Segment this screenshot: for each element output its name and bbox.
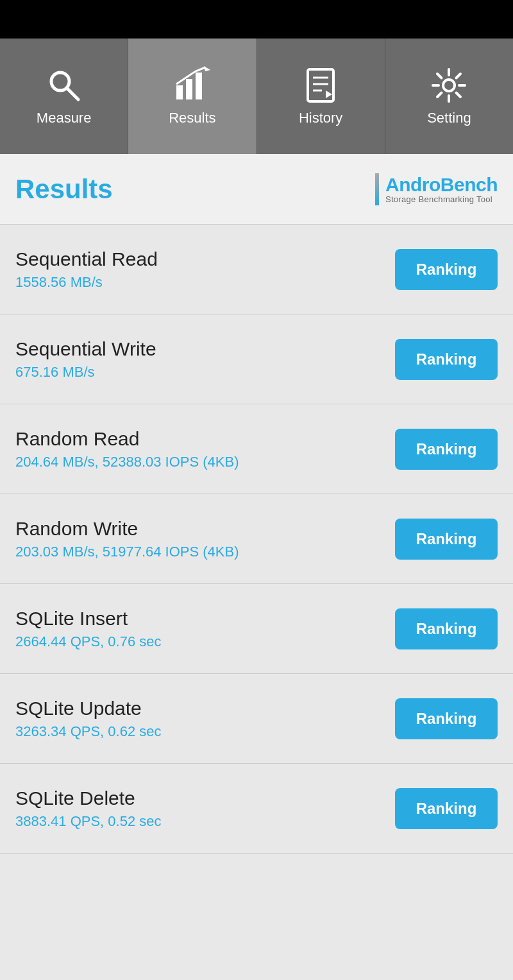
result-name: Sequential Write <box>15 338 156 360</box>
tab-measure-label: Measure <box>37 110 92 126</box>
result-info: SQLite Delete 3883.41 QPS, 0.52 sec <box>15 787 162 830</box>
ranking-button-sequential-write[interactable]: Ranking <box>395 339 498 380</box>
tab-history[interactable]: History <box>257 39 385 154</box>
result-row-sqlite-insert: SQLite Insert 2664.44 QPS, 0.76 sec Rank… <box>0 584 513 674</box>
result-name: SQLite Update <box>15 698 162 719</box>
nav-tabs: Measure Results History <box>0 39 513 154</box>
ranking-button-sqlite-update[interactable]: Ranking <box>395 698 498 739</box>
result-row-random-write: Random Write 203.03 MB/s, 51977.64 IOPS … <box>0 494 513 584</box>
result-info: Random Read 204.64 MB/s, 52388.03 IOPS (… <box>15 428 239 470</box>
ranking-button-random-read[interactable]: Ranking <box>395 429 498 470</box>
tab-measure[interactable]: Measure <box>0 39 128 154</box>
result-value: 1558.56 MB/s <box>15 274 158 291</box>
svg-rect-2 <box>176 85 183 99</box>
svg-rect-4 <box>196 73 202 99</box>
result-name: Random Write <box>15 518 239 540</box>
ranking-button-random-write[interactable]: Ranking <box>395 519 498 560</box>
result-value: 203.03 MB/s, 51977.64 IOPS (4KB) <box>15 544 239 560</box>
tab-results-label: Results <box>169 110 215 126</box>
search-icon <box>45 66 83 105</box>
result-info: SQLite Insert 2664.44 QPS, 0.76 sec <box>15 608 162 650</box>
tab-setting-label: Setting <box>427 110 471 126</box>
page-title: Results <box>15 174 113 205</box>
svg-line-1 <box>67 88 78 99</box>
result-row-sqlite-delete: SQLite Delete 3883.41 QPS, 0.52 sec Rank… <box>0 764 513 854</box>
svg-marker-5 <box>204 66 210 71</box>
tab-setting[interactable]: Setting <box>385 39 513 154</box>
result-value: 204.64 MB/s, 52388.03 IOPS (4KB) <box>15 454 239 470</box>
result-info: Sequential Write 675.16 MB/s <box>15 338 156 381</box>
result-name: SQLite Delete <box>15 787 162 809</box>
svg-point-11 <box>443 80 455 91</box>
logo-bench: Bench <box>441 174 498 195</box>
svg-marker-10 <box>326 90 332 98</box>
results-list: Sequential Read 1558.56 MB/s Ranking Seq… <box>0 225 513 854</box>
svg-rect-3 <box>186 79 192 99</box>
result-name: Sequential Read <box>15 248 158 270</box>
tab-results[interactable]: Results <box>128 39 256 154</box>
ranking-button-sqlite-delete[interactable]: Ranking <box>395 788 498 829</box>
logo-sub: Storage Benchmarking Tool <box>385 195 498 204</box>
result-info: Random Write 203.03 MB/s, 51977.64 IOPS … <box>15 518 239 560</box>
logo-bar <box>375 173 379 205</box>
app-logo: AndroBench Storage Benchmarking Tool <box>375 173 498 205</box>
result-value: 2664.44 QPS, 0.76 sec <box>15 633 162 650</box>
svg-line-19 <box>437 93 442 98</box>
logo-text: AndroBench Storage Benchmarking Tool <box>385 174 498 204</box>
svg-line-17 <box>457 93 461 98</box>
result-row-sqlite-update: SQLite Update 3263.34 QPS, 0.62 sec Rank… <box>0 674 513 764</box>
result-info: SQLite Update 3263.34 QPS, 0.62 sec <box>15 698 162 740</box>
logo-main: AndroBench <box>385 174 498 195</box>
result-value: 675.16 MB/s <box>15 364 156 381</box>
svg-line-16 <box>437 74 442 78</box>
result-row-random-read: Random Read 204.64 MB/s, 52388.03 IOPS (… <box>0 404 513 494</box>
page-header: Results AndroBench Storage Benchmarking … <box>0 154 513 225</box>
tab-history-label: History <box>299 110 342 126</box>
document-icon <box>301 66 340 105</box>
svg-rect-6 <box>308 69 333 101</box>
result-value: 3883.41 QPS, 0.52 sec <box>15 813 162 830</box>
result-value: 3263.34 QPS, 0.62 sec <box>15 723 162 740</box>
result-row-sequential-write: Sequential Write 675.16 MB/s Ranking <box>0 314 513 404</box>
result-name: SQLite Insert <box>15 608 162 630</box>
ranking-button-sqlite-insert[interactable]: Ranking <box>395 608 498 649</box>
result-row-sequential-read: Sequential Read 1558.56 MB/s Ranking <box>0 225 513 314</box>
ranking-button-sequential-read[interactable]: Ranking <box>395 249 498 290</box>
svg-line-18 <box>457 74 461 78</box>
result-info: Sequential Read 1558.56 MB/s <box>15 248 158 291</box>
chart-icon <box>173 66 212 105</box>
logo-andro: Andro <box>385 174 441 195</box>
result-name: Random Read <box>15 428 239 450</box>
gear-icon <box>430 66 468 105</box>
status-bar <box>0 0 513 39</box>
